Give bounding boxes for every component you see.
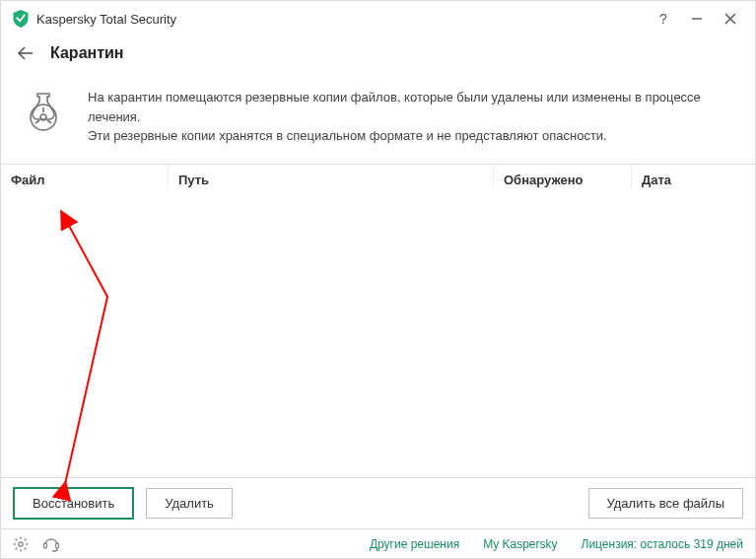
support-icon[interactable]	[42, 536, 60, 552]
restore-button[interactable]: Восстановить	[13, 487, 134, 520]
minimize-button[interactable]	[680, 5, 714, 33]
svg-line-13	[25, 547, 27, 549]
title-bar: Kaspersky Total Security ?	[1, 1, 755, 36]
info-line-2: Эти резервные копии хранятся в специальн…	[88, 126, 735, 146]
back-button[interactable]	[13, 40, 38, 66]
quarantine-flask-icon	[21, 88, 66, 133]
footer-link-mykaspersky[interactable]: My Kaspersky	[483, 537, 557, 551]
settings-icon[interactable]	[13, 536, 29, 552]
sub-header: Карантин	[1, 36, 755, 70]
svg-line-15	[16, 547, 18, 549]
svg-line-14	[25, 538, 27, 540]
delete-button[interactable]: Удалить	[146, 488, 233, 519]
page-title: Карантин	[50, 44, 124, 62]
info-text: На карантин помещаются резервные копии ф…	[88, 88, 735, 146]
svg-point-7	[19, 541, 23, 545]
svg-line-12	[16, 538, 18, 540]
info-line-1: На карантин помещаются резервные копии ф…	[88, 88, 735, 126]
help-button[interactable]: ?	[647, 5, 680, 33]
shield-icon	[13, 10, 29, 28]
product-name: Kaspersky Total Security	[36, 12, 176, 27]
footer-link-other[interactable]: Другие решения	[370, 537, 459, 551]
info-panel: На карантин помещаются резервные копии ф…	[1, 70, 755, 164]
close-button[interactable]	[714, 5, 747, 33]
action-bar: Восстановить Удалить Удалить все файлы	[1, 477, 755, 528]
delete-all-button[interactable]: Удалить все файлы	[588, 488, 743, 519]
grid-empty-area	[1, 188, 755, 477]
footer: Другие решения My Kaspersky Лицензия: ос…	[1, 528, 755, 558]
footer-link-license[interactable]: Лицензия: осталось 319 дней	[582, 537, 743, 551]
svg-text:?: ?	[659, 12, 667, 26]
